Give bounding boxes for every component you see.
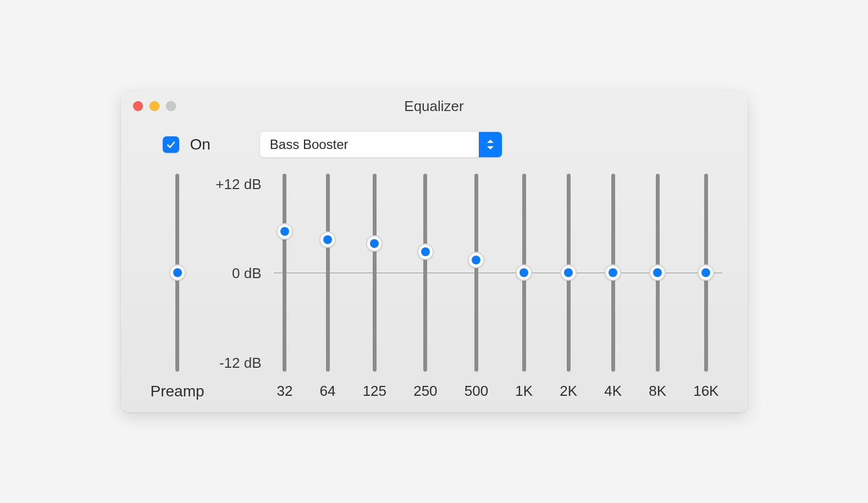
band-label: 64 [320, 383, 336, 401]
band-slider-knob[interactable] [366, 235, 383, 252]
band-slider[interactable] [326, 174, 330, 372]
band-slider-knob[interactable] [417, 244, 434, 260]
band-label: 8K [649, 383, 666, 401]
band-slider-knob[interactable] [560, 264, 577, 281]
controls-row: On Bass Booster [121, 122, 748, 161]
band-slider-wrap: 16K [693, 174, 718, 401]
band-slider[interactable] [283, 174, 286, 372]
scale-min-label: -12 dB [208, 355, 262, 372]
band-slider-knob[interactable] [319, 231, 336, 248]
band-label: 1K [515, 383, 533, 401]
band-slider-wrap: 4K [604, 174, 622, 401]
band-slider-wrap: 8K [649, 174, 666, 401]
preset-selected-label: Bass Booster [260, 132, 479, 157]
band-label: 250 [413, 383, 437, 401]
preset-select[interactable]: Bass Booster [260, 132, 502, 157]
band-slider-wrap: 1K [515, 174, 533, 401]
band-slider-knob[interactable] [605, 264, 621, 281]
window-controls [133, 101, 176, 111]
minimize-icon[interactable] [150, 101, 159, 111]
preset-stepper-icon [479, 132, 502, 157]
band-slider[interactable] [522, 174, 526, 372]
close-icon[interactable] [133, 101, 143, 111]
preamp-label: Preamp [150, 383, 204, 400]
band-slider-wrap: 2K [560, 174, 577, 401]
band-slider-wrap: 500 [465, 174, 488, 401]
band-slider-knob[interactable] [277, 223, 293, 240]
titlebar: Equalizer [121, 91, 748, 122]
db-scale: +12 dB 0 dB -12 dB [208, 174, 274, 372]
band-slider-knob[interactable] [516, 264, 532, 281]
zoom-icon[interactable] [166, 101, 176, 111]
equalizer-window: Equalizer On Bass Booster Preamp +12 dB … [121, 91, 748, 412]
scale-max-label: +12 dB [208, 176, 262, 193]
band-slider-knob[interactable] [698, 264, 714, 281]
band-slider[interactable] [704, 174, 708, 372]
equalizer-area: Preamp +12 dB 0 dB -12 dB 32641252505001… [121, 161, 748, 401]
preamp-slider-knob[interactable] [169, 264, 186, 281]
scale-zero-label: 0 dB [208, 265, 262, 282]
band-slider[interactable] [474, 174, 478, 372]
band-slider[interactable] [423, 174, 427, 372]
preamp-column: Preamp [153, 174, 202, 400]
chevron-up-icon [486, 139, 495, 144]
on-checkbox[interactable] [163, 136, 179, 153]
band-slider[interactable] [656, 174, 660, 372]
band-slider-knob[interactable] [468, 252, 484, 268]
chevron-down-icon [486, 145, 495, 151]
band-label: 500 [465, 383, 488, 401]
band-slider-wrap: 32 [277, 174, 293, 401]
band-slider[interactable] [567, 174, 571, 372]
band-slider[interactable] [373, 174, 377, 372]
checkmark-icon [165, 139, 176, 150]
band-slider-wrap: 125 [363, 174, 386, 401]
band-label: 16K [693, 383, 718, 401]
band-slider-knob[interactable] [649, 264, 666, 281]
band-label: 2K [560, 383, 577, 401]
band-label: 4K [604, 383, 622, 401]
preamp-slider[interactable] [175, 174, 179, 372]
on-label: On [190, 136, 211, 153]
window-title: Equalizer [404, 98, 463, 115]
bands-container: 32641252505001K2K4K8K16K [274, 174, 722, 401]
band-slider-wrap: 64 [320, 174, 336, 401]
band-slider[interactable] [611, 174, 615, 372]
band-label: 125 [363, 383, 386, 401]
band-slider-wrap: 250 [413, 174, 437, 401]
band-label: 32 [277, 383, 293, 401]
